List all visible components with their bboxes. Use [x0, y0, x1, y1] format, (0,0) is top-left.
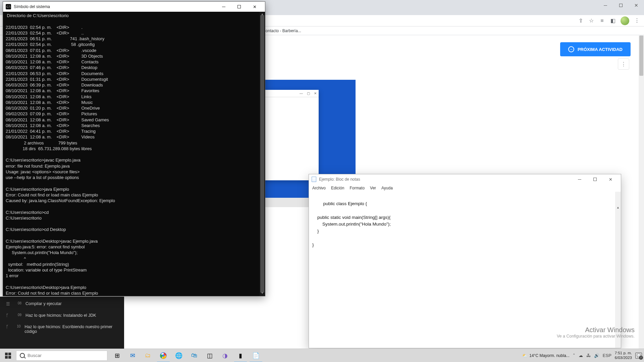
task-view-button[interactable]: ⊞: [109, 349, 125, 362]
cmd-title-text: Símbolo del sistema: [14, 4, 50, 9]
notepad-titlebar[interactable]: Ejemplo: Bloc de notas ✕: [309, 174, 621, 184]
bookmark-label: Contacto - Barbería...: [263, 28, 301, 33]
scrollbar-thumb[interactable]: [639, 36, 643, 76]
notepad-minimize-button[interactable]: [572, 174, 587, 184]
menu-ver[interactable]: Ver: [370, 186, 376, 190]
arrow-right-icon: →: [568, 46, 574, 52]
weather-widget[interactable]: ⛅ 14°C Mayorm. nubla...: [522, 353, 570, 358]
sidebar-item-label: Haz lo que hicimos: Instalando el JDK: [25, 313, 96, 318]
notepad-window: Ejemplo: Bloc de notas ✕ Archivo Edición…: [309, 174, 621, 348]
notepad-taskbar-button[interactable]: 📄: [248, 349, 264, 362]
taskbar-search[interactable]: Buscar: [16, 351, 107, 361]
side-panel-icon[interactable]: ◧: [610, 18, 616, 24]
chrome-minimize-button[interactable]: [598, 0, 613, 11]
system-tray[interactable]: ˄ ☁ 🖧 🔊 ESP: [573, 353, 611, 358]
cmd-maximize-button[interactable]: [231, 2, 247, 12]
action-center-button[interactable]: 💬2: [635, 353, 642, 359]
taskbar-search-placeholder: Buscar: [28, 353, 42, 358]
taskbar-tray: ⛅ 14°C Mayorm. nubla... ˄ ☁ 🖧 🔊 ESP 7:51…: [522, 349, 644, 362]
notepad-maximize-button[interactable]: [587, 174, 603, 184]
scrollbar-thumb[interactable]: [260, 15, 264, 293]
cmd-minimize-button[interactable]: [216, 2, 231, 12]
next-activity-button[interactable]: → PRÓXIMA ACTIVIDAD: [560, 42, 631, 56]
svg-rect-0: [5, 353, 8, 355]
volume-icon[interactable]: 🔊: [594, 353, 599, 358]
chrome-menu-icon[interactable]: ⋮: [634, 18, 640, 24]
notepad-scrollbar[interactable]: ▲: [615, 192, 621, 348]
windows-taskbar: Buscar ⊞ ✉ 🗂 🌐 🛍 ◫ ◑ ▮ 📄 ⛅ 14°C Mayorm. …: [0, 349, 644, 362]
taskbar-apps: ⊞ ✉ 🗂 🌐 🛍 ◫ ◑ ▮ 📄: [109, 349, 264, 362]
notepad-code: public class Ejemplo { public static voi…: [312, 201, 391, 247]
mail-app[interactable]: ✉: [125, 349, 140, 362]
menu-archivo[interactable]: Archivo: [312, 186, 326, 190]
onedrive-icon[interactable]: ☁: [579, 353, 583, 358]
cmd-scrollbar[interactable]: ▲ ▼: [260, 12, 265, 296]
page-scrollbar[interactable]: [639, 36, 644, 352]
svg-rect-2: [5, 356, 8, 358]
watermark-line2: Ve a Configuración para activar Windows.: [557, 334, 635, 339]
file-explorer-app[interactable]: 🗂: [140, 349, 156, 362]
taskbar-clock[interactable]: 7:51 p. m. 6/03/2023: [615, 351, 632, 360]
chrome-maximize-button[interactable]: [613, 0, 629, 11]
menu-formato[interactable]: Formato: [350, 186, 365, 190]
notification-badge: 2: [639, 356, 643, 360]
reading-list-icon[interactable]: ≡: [599, 18, 605, 24]
notepad-text-area[interactable]: public class Ejemplo { public static voi…: [309, 192, 621, 348]
network-icon[interactable]: 🖧: [586, 353, 591, 358]
sidebar-index: 10: [15, 324, 21, 328]
clock-time: 7:51 p. m.: [615, 351, 632, 355]
scroll-up-icon[interactable]: ▲: [615, 205, 621, 210]
chrome-icon: [160, 352, 167, 359]
list-icon: ☰: [6, 301, 11, 306]
edge-app[interactable]: 🌐: [171, 349, 186, 362]
svg-rect-3: [8, 356, 11, 358]
menu-ayuda[interactable]: Ayuda: [381, 186, 393, 190]
next-activity-label: PRÓXIMA ACTIVIDAD: [578, 47, 623, 52]
cmd-text: Directorio de C:\Users\escritorio 22/01/…: [6, 13, 115, 296]
notepad-menubar: Archivo Edición Formato Ver Ayuda: [309, 184, 621, 192]
cmd-window: C:\ Símbolo del sistema ✕ Directorio de …: [3, 1, 265, 296]
scroll-down-icon[interactable]: ▼: [260, 291, 265, 296]
chrome-close-button[interactable]: ✕: [629, 0, 644, 11]
sidebar-item[interactable]: ᚶ 10 Haz lo que hicimos: Escribiendo nue…: [0, 321, 124, 337]
notepad-title-text: Ejemplo: Bloc de notas: [319, 177, 360, 182]
sidebar-item-label: Haz lo que hicimos: Escribiendo nuestro …: [24, 324, 118, 334]
cmd-app-icon: C:\: [6, 4, 11, 9]
sidebar-item-label: Compilar y ejecutar: [25, 301, 62, 306]
sidebar-index: 09: [15, 313, 21, 317]
chrome-window-controls: ✕: [598, 0, 644, 11]
start-button[interactable]: [0, 349, 16, 362]
windows-logo-icon: [5, 353, 11, 359]
sidebar-item[interactable]: ᚶ 09 Haz lo que hicimos: Instalando el J…: [0, 310, 124, 321]
watermark-line1: Activar Windows: [557, 326, 635, 334]
course-sidebar: ☰ 08 Compilar y ejecutar ᚶ 09 Haz lo que…: [0, 297, 124, 352]
store-app[interactable]: 🛍: [186, 349, 202, 362]
chrome-app[interactable]: [156, 349, 171, 362]
clock-date: 6/03/2023: [615, 356, 632, 360]
branch-icon: ᚶ: [6, 324, 11, 329]
language-indicator[interactable]: ESP: [603, 353, 611, 358]
weather-icon: ⛅: [522, 353, 527, 358]
search-icon: [20, 353, 25, 358]
sidebar-item[interactable]: ☰ 08 Compilar y ejecutar: [0, 298, 124, 310]
cmd-titlebar[interactable]: C:\ Símbolo del sistema ✕: [3, 2, 265, 12]
share-icon[interactable]: ⇪: [578, 18, 584, 24]
bookmark-star-icon[interactable]: ☆: [588, 18, 594, 24]
svg-rect-1: [8, 353, 11, 355]
sidebar-index: 08: [15, 301, 21, 305]
app-generic[interactable]: ◫: [202, 349, 217, 362]
profile-avatar[interactable]: [621, 16, 629, 25]
cmd-close-button[interactable]: ✕: [247, 2, 262, 12]
weather-text: 14°C Mayorm. nubla...: [529, 353, 570, 358]
tray-chevron-icon[interactable]: ˄: [573, 353, 575, 358]
app-generic[interactable]: ◑: [217, 349, 233, 362]
branch-icon: ᚶ: [6, 313, 11, 318]
cmd-output[interactable]: Directorio de C:\Users\escritorio 22/01/…: [3, 12, 265, 296]
page-options-button[interactable]: ⋮: [618, 58, 629, 70]
notepad-app-icon: [312, 177, 316, 182]
cmd-taskbar-button[interactable]: ▮: [233, 349, 248, 362]
notepad-close-button[interactable]: ✕: [603, 174, 618, 184]
menu-edicion[interactable]: Edición: [331, 186, 344, 190]
windows-activation-watermark: Activar Windows Ve a Configuración para …: [557, 326, 635, 339]
